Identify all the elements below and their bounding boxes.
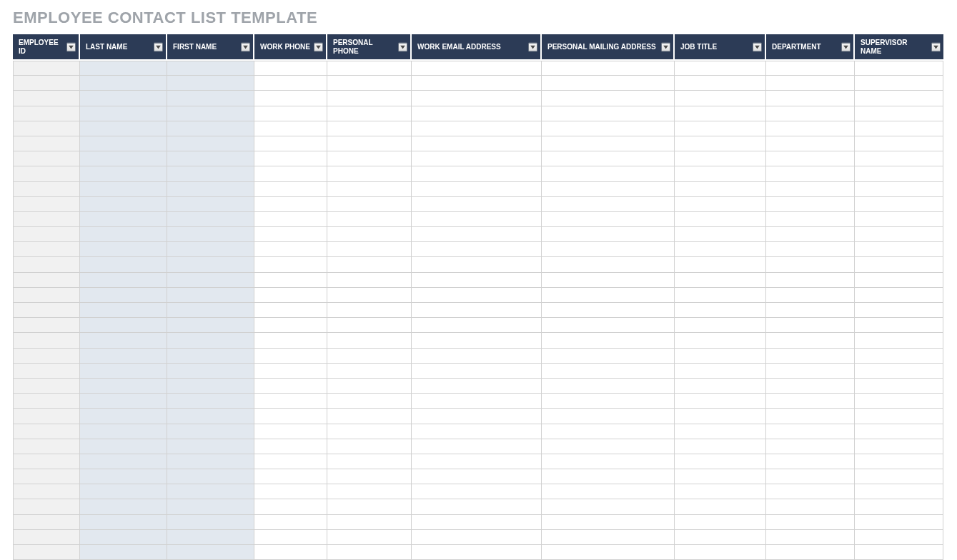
table-cell[interactable]	[855, 333, 943, 348]
table-cell[interactable]	[855, 121, 943, 136]
table-cell[interactable]	[13, 439, 80, 454]
table-cell[interactable]	[766, 136, 855, 151]
table-cell[interactable]	[13, 530, 80, 545]
filter-dropdown-icon[interactable]	[841, 42, 851, 51]
table-cell[interactable]	[855, 469, 943, 484]
table-cell[interactable]	[855, 379, 943, 394]
table-cell[interactable]	[675, 318, 766, 333]
table-cell[interactable]	[412, 121, 542, 136]
table-cell[interactable]	[766, 469, 855, 484]
table-cell[interactable]	[855, 364, 943, 379]
table-cell[interactable]	[167, 136, 254, 151]
table-cell[interactable]	[766, 379, 855, 394]
table-cell[interactable]	[167, 439, 254, 454]
table-cell[interactable]	[327, 227, 412, 242]
table-cell[interactable]	[542, 469, 675, 484]
table-cell[interactable]	[13, 379, 80, 394]
table-cell[interactable]	[675, 151, 766, 166]
filter-dropdown-icon[interactable]	[931, 42, 941, 51]
table-cell[interactable]	[675, 424, 766, 439]
table-cell[interactable]	[412, 303, 542, 318]
table-cell[interactable]	[167, 530, 254, 545]
table-cell[interactable]	[855, 91, 943, 106]
table-cell[interactable]	[167, 182, 254, 197]
table-cell[interactable]	[412, 106, 542, 121]
table-cell[interactable]	[167, 121, 254, 136]
table-cell[interactable]	[13, 303, 80, 318]
table-cell[interactable]	[254, 288, 327, 303]
column-header[interactable]: WORK PHONE	[254, 34, 327, 59]
table-cell[interactable]	[327, 409, 412, 424]
table-cell[interactable]	[13, 409, 80, 424]
table-cell[interactable]	[13, 257, 80, 272]
table-cell[interactable]	[412, 136, 542, 151]
table-cell[interactable]	[167, 409, 254, 424]
table-cell[interactable]	[766, 197, 855, 212]
table-cell[interactable]	[80, 76, 167, 91]
table-cell[interactable]	[675, 530, 766, 545]
table-cell[interactable]	[675, 545, 766, 560]
table-cell[interactable]	[327, 121, 412, 136]
table-cell[interactable]	[542, 499, 675, 514]
table-cell[interactable]	[254, 530, 327, 545]
table-cell[interactable]	[167, 515, 254, 530]
table-cell[interactable]	[675, 499, 766, 514]
table-cell[interactable]	[13, 106, 80, 121]
table-cell[interactable]	[766, 424, 855, 439]
table-cell[interactable]	[766, 484, 855, 499]
table-cell[interactable]	[542, 439, 675, 454]
table-cell[interactable]	[327, 424, 412, 439]
table-cell[interactable]	[254, 197, 327, 212]
table-cell[interactable]	[855, 166, 943, 181]
table-cell[interactable]	[13, 364, 80, 379]
table-cell[interactable]	[855, 106, 943, 121]
table-cell[interactable]	[167, 469, 254, 484]
table-cell[interactable]	[13, 333, 80, 348]
table-cell[interactable]	[167, 349, 254, 364]
table-cell[interactable]	[675, 515, 766, 530]
table-cell[interactable]	[542, 288, 675, 303]
table-cell[interactable]	[675, 364, 766, 379]
table-cell[interactable]	[167, 166, 254, 181]
table-cell[interactable]	[766, 61, 855, 76]
table-cell[interactable]	[80, 364, 167, 379]
table-cell[interactable]	[675, 379, 766, 394]
filter-dropdown-icon[interactable]	[154, 42, 163, 51]
table-cell[interactable]	[254, 106, 327, 121]
table-cell[interactable]	[855, 212, 943, 227]
table-cell[interactable]	[13, 469, 80, 484]
table-cell[interactable]	[412, 515, 542, 530]
table-cell[interactable]	[542, 364, 675, 379]
table-cell[interactable]	[412, 166, 542, 181]
table-cell[interactable]	[327, 545, 412, 560]
table-cell[interactable]	[167, 454, 254, 469]
table-cell[interactable]	[254, 303, 327, 318]
table-cell[interactable]	[80, 197, 167, 212]
table-cell[interactable]	[13, 424, 80, 439]
table-cell[interactable]	[855, 409, 943, 424]
table-cell[interactable]	[766, 212, 855, 227]
table-cell[interactable]	[542, 484, 675, 499]
table-cell[interactable]	[855, 303, 943, 318]
table-cell[interactable]	[254, 121, 327, 136]
table-cell[interactable]	[80, 136, 167, 151]
table-cell[interactable]	[167, 91, 254, 106]
table-cell[interactable]	[766, 318, 855, 333]
table-cell[interactable]	[80, 288, 167, 303]
table-cell[interactable]	[13, 484, 80, 499]
table-cell[interactable]	[167, 394, 254, 409]
table-cell[interactable]	[855, 136, 943, 151]
table-cell[interactable]	[542, 333, 675, 348]
table-cell[interactable]	[327, 197, 412, 212]
table-cell[interactable]	[855, 242, 943, 257]
table-cell[interactable]	[80, 349, 167, 364]
table-cell[interactable]	[766, 499, 855, 514]
table-cell[interactable]	[327, 106, 412, 121]
table-cell[interactable]	[542, 349, 675, 364]
table-cell[interactable]	[80, 227, 167, 242]
table-cell[interactable]	[766, 273, 855, 288]
table-cell[interactable]	[766, 121, 855, 136]
table-cell[interactable]	[675, 439, 766, 454]
table-cell[interactable]	[254, 227, 327, 242]
column-header[interactable]: FIRST NAME	[167, 34, 254, 59]
